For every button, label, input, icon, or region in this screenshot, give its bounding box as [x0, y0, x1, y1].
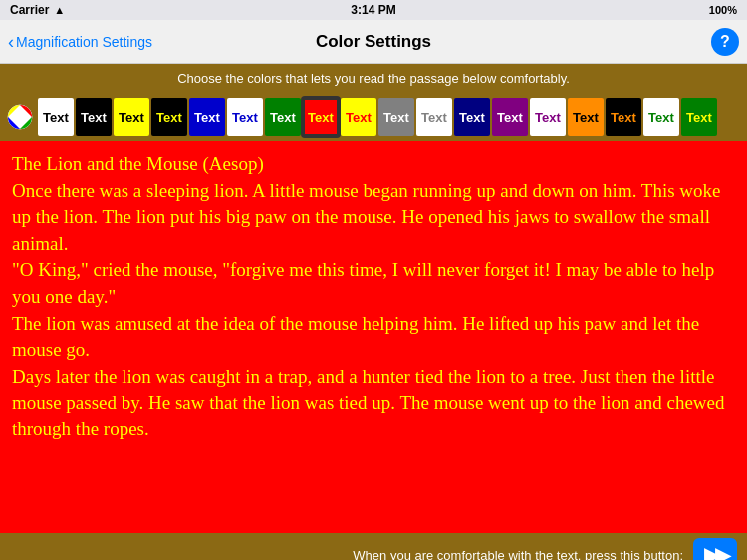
help-button[interactable]: ?: [711, 28, 739, 56]
bottom-bar: When you are comfortable with the text, …: [0, 533, 747, 560]
status-left: Carrier ▲: [10, 3, 65, 17]
color-swatch-3[interactable]: Text: [151, 98, 187, 136]
back-button[interactable]: ‹ Magnification Settings: [8, 33, 152, 51]
color-swatch-14[interactable]: Text: [568, 98, 604, 136]
color-swatch-8[interactable]: Text: [341, 98, 376, 136]
color-swatch-12[interactable]: Text: [492, 98, 528, 136]
swatch-container: TextTextTextTextTextTextTextTextTextText…: [38, 98, 717, 136]
content-area: The Lion and the Mouse (Aesop)Once there…: [0, 141, 747, 533]
instruction-bar: Choose the colors that lets you read the…: [0, 64, 747, 92]
color-swatch-5[interactable]: Text: [227, 98, 263, 136]
palette-icon: [4, 98, 36, 136]
help-label: ?: [720, 33, 730, 51]
status-bar: Carrier ▲ 3:14 PM 100%: [0, 0, 747, 20]
color-swatch-7[interactable]: Text: [303, 98, 339, 136]
back-label: Magnification Settings: [16, 34, 152, 50]
color-swatch-9[interactable]: Text: [378, 98, 414, 136]
color-swatch-2[interactable]: Text: [114, 98, 149, 136]
color-swatch-10[interactable]: Text: [416, 98, 452, 136]
color-swatch-4[interactable]: Text: [189, 98, 225, 136]
color-swatch-17[interactable]: Text: [681, 98, 717, 136]
color-swatch-0[interactable]: Text: [38, 98, 74, 136]
next-button[interactable]: ▶▶: [693, 538, 737, 560]
battery-label: 100%: [709, 4, 737, 16]
color-swatch-15[interactable]: Text: [606, 98, 641, 136]
color-row: TextTextTextTextTextTextTextTextTextText…: [0, 92, 747, 141]
nav-bar: ‹ Magnification Settings Color Settings …: [0, 20, 747, 64]
color-swatch-11[interactable]: Text: [454, 98, 490, 136]
wifi-icon: ▲: [54, 4, 65, 16]
passage-text: The Lion and the Mouse (Aesop)Once there…: [12, 151, 735, 443]
color-swatch-13[interactable]: Text: [530, 98, 566, 136]
svg-point-1: [16, 113, 24, 121]
carrier-label: Carrier: [10, 3, 49, 17]
color-swatch-6[interactable]: Text: [265, 98, 301, 136]
status-right: 100%: [709, 3, 737, 17]
instruction-text: Choose the colors that lets you read the…: [177, 71, 570, 86]
color-swatch-16[interactable]: Text: [643, 98, 679, 136]
nav-title: Color Settings: [316, 32, 431, 52]
color-swatch-1[interactable]: Text: [76, 98, 112, 136]
status-time: 3:14 PM: [351, 3, 395, 17]
next-icon: ▶▶: [704, 543, 726, 560]
bottom-instruction: When you are comfortable with the text, …: [353, 548, 683, 561]
chevron-left-icon: ‹: [8, 33, 14, 51]
